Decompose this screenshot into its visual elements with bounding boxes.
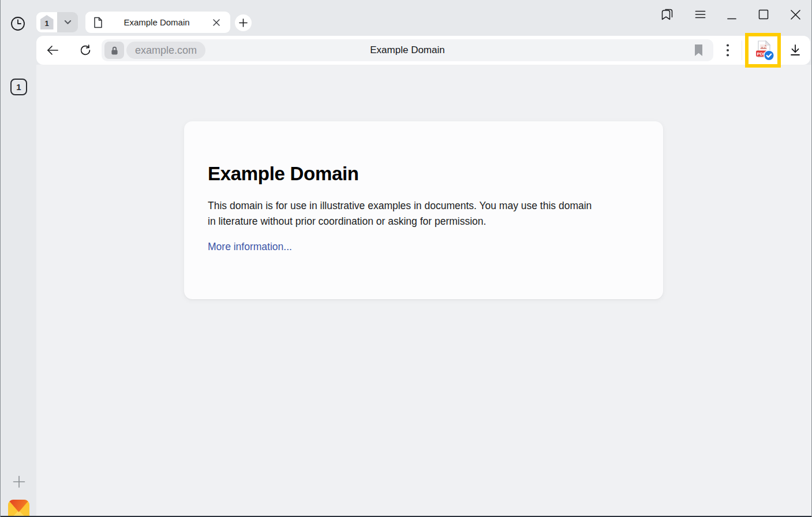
refresh-icon <box>78 43 92 57</box>
tab-example-domain[interactable]: Example Domain <box>85 12 230 33</box>
refresh-button[interactable] <box>77 43 93 58</box>
download-icon <box>788 43 803 58</box>
pdf-extension-icon: PDF <box>753 39 775 61</box>
page-actions-menu-button[interactable] <box>721 43 735 58</box>
kebab-menu-icon <box>726 43 729 57</box>
bookmark-flag-icon <box>694 44 704 57</box>
sidebar-plus-icon <box>12 475 26 489</box>
side-panel-button[interactable] <box>659 6 675 23</box>
minimize-icon <box>727 8 736 21</box>
sidebar: 1 <box>1 35 36 517</box>
toolbar-divider <box>742 40 742 60</box>
security-chip[interactable] <box>104 42 124 59</box>
sidebar-tab-count: 1 <box>16 82 21 92</box>
mail-app-button[interactable] <box>8 500 29 517</box>
browser-window: 1 Example Domain <box>0 0 812 517</box>
history-clock-icon <box>10 16 26 32</box>
more-information-link[interactable]: More information... <box>208 241 292 253</box>
lock-icon <box>110 46 119 55</box>
window-close-icon <box>790 9 801 20</box>
tab-group-count-button[interactable]: 1 <box>36 12 57 32</box>
new-tab-button[interactable] <box>235 14 252 31</box>
tab-close-icon[interactable] <box>211 17 222 28</box>
sidebar-tab-panel-button[interactable]: 1 <box>10 79 27 95</box>
bookmark-button[interactable] <box>693 43 704 57</box>
tab-group-dropdown-button[interactable] <box>57 12 78 32</box>
maximize-icon <box>758 9 769 20</box>
page-heading: Example Domain <box>208 163 628 185</box>
page-paragraph: This domain is for use in illustrative e… <box>208 198 602 229</box>
address-bar[interactable]: example.com Example Domain <box>102 39 713 61</box>
hamburger-menu-icon <box>695 10 706 19</box>
tab-count-badge: 1 <box>40 15 54 29</box>
downloads-button[interactable] <box>787 42 803 58</box>
tab-bar: 1 Example Domain <box>1 0 811 35</box>
url-chip[interactable]: example.com <box>126 42 205 59</box>
tab-count-label: 1 <box>44 19 48 28</box>
window-close-button[interactable] <box>788 6 803 23</box>
back-arrow-icon <box>45 43 60 57</box>
page-viewport: Example Domain This domain is for use in… <box>36 65 811 516</box>
side-panel-icon <box>660 8 674 21</box>
url-text: example.com <box>135 44 197 57</box>
history-button[interactable] <box>9 15 27 32</box>
page-favicon-icon <box>93 17 103 28</box>
back-button[interactable] <box>44 43 61 58</box>
minimize-button[interactable] <box>724 6 739 23</box>
tab-group-control: 1 <box>36 12 78 32</box>
browser-menu-button[interactable] <box>693 6 707 23</box>
plus-icon <box>239 18 248 27</box>
pdf-extension-button[interactable]: PDF <box>753 39 775 61</box>
toolbar: example.com Example Domain <box>36 36 810 65</box>
tab-title: Example Domain <box>103 17 211 27</box>
chevron-down-icon <box>64 20 72 25</box>
sidebar-add-button[interactable] <box>12 474 27 489</box>
maximize-button[interactable] <box>756 6 771 23</box>
example-domain-card: Example Domain This domain is for use in… <box>184 121 663 299</box>
